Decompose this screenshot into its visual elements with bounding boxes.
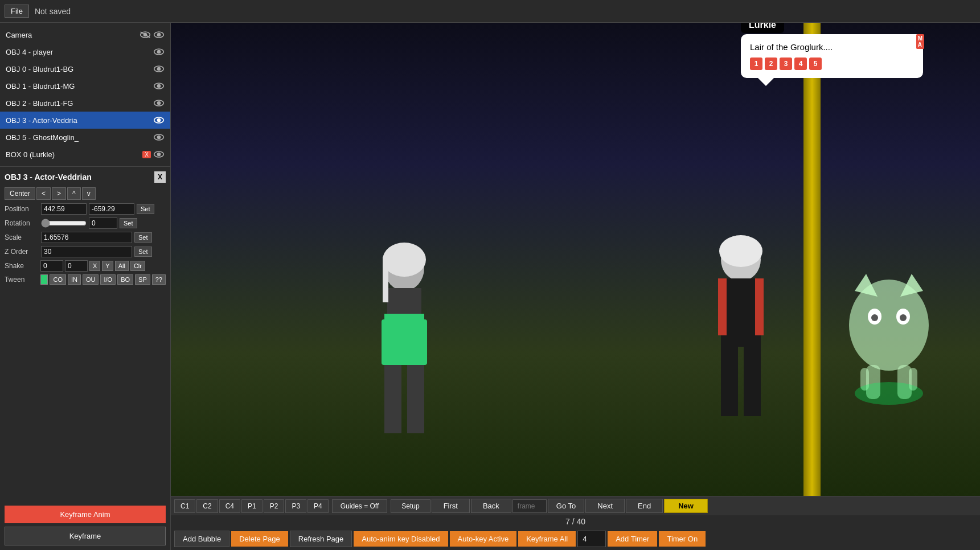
- auto-anim-button[interactable]: Auto-anim key Disabled: [354, 531, 448, 547]
- file-button[interactable]: File: [5, 5, 29, 18]
- main-layout: Camera: [0, 23, 980, 550]
- tween-in-button[interactable]: IN: [68, 274, 81, 285]
- shake-clr-button[interactable]: Clr: [130, 261, 145, 271]
- eye-icon[interactable]: [153, 29, 165, 40]
- add-bubble-button[interactable]: Add Bubble: [174, 531, 229, 547]
- shake-y-input[interactable]: [65, 260, 88, 272]
- eye-icon-obj0[interactable]: [153, 63, 165, 75]
- svg-point-4: [158, 34, 161, 36]
- eye-icon-obj3[interactable]: [153, 114, 165, 126]
- svg-rect-21: [384, 314, 424, 319]
- rotation-value-input[interactable]: [89, 217, 117, 229]
- eye-icon-obj1[interactable]: [153, 80, 165, 92]
- camera-eye-icons: [140, 29, 165, 40]
- first-button[interactable]: First: [432, 499, 470, 513]
- position-y-input[interactable]: [89, 203, 134, 215]
- dial-num-4[interactable]: 4: [794, 58, 807, 70]
- scale-input[interactable]: [41, 232, 132, 243]
- dial-num-2[interactable]: 2: [765, 58, 777, 70]
- eye-icon-box0[interactable]: [153, 149, 165, 160]
- dial-num-3[interactable]: 3: [780, 58, 792, 70]
- add-timer-button[interactable]: Add Timer: [608, 531, 657, 547]
- c1-button[interactable]: C1: [174, 499, 195, 513]
- svg-rect-23: [384, 365, 401, 433]
- character-veddria: [353, 234, 456, 462]
- timer-on-button[interactable]: Timer On: [659, 531, 706, 547]
- nav-right-button[interactable]: >: [52, 187, 66, 200]
- p3-button[interactable]: P3: [285, 499, 306, 513]
- obj-row-obj5[interactable]: OBJ 5 - GhostMoglin_: [0, 129, 170, 146]
- dialogue-character-name: Lurkle: [741, 23, 784, 33]
- zorder-input[interactable]: [41, 246, 132, 257]
- c2-button[interactable]: C2: [196, 499, 218, 513]
- shake-x-input[interactable]: [40, 260, 63, 272]
- obj-row-obj1[interactable]: OBJ 1 - Bludrut1-MG: [0, 77, 170, 95]
- svg-point-45: [855, 382, 923, 405]
- next-button[interactable]: Next: [585, 499, 625, 513]
- c4-button[interactable]: C4: [219, 499, 240, 513]
- tween-io-button[interactable]: I/O: [100, 274, 116, 285]
- setup-button[interactable]: Setup: [391, 499, 430, 513]
- eye-icon-obj5[interactable]: [153, 132, 165, 143]
- obj-row-box0[interactable]: BOX 0 (Lurkle) X: [0, 146, 170, 163]
- delete-page-button[interactable]: Delete Page: [231, 531, 288, 547]
- shake-all-button[interactable]: All: [115, 261, 129, 271]
- tween-co-button[interactable]: CO: [50, 274, 66, 285]
- tween-bo-button[interactable]: BO: [117, 274, 133, 285]
- shake-y-button[interactable]: Y: [102, 261, 113, 271]
- tween-ou-button[interactable]: OU: [83, 274, 99, 285]
- refresh-page-button[interactable]: Refresh Page: [290, 531, 352, 547]
- svg-point-37: [871, 314, 878, 321]
- eye-icon-obj2[interactable]: [153, 97, 165, 109]
- keyframe-button[interactable]: Keyframe: [5, 527, 166, 545]
- scale-set-button[interactable]: Set: [134, 232, 152, 243]
- nav-buttons: Center < > ^ v: [5, 187, 166, 200]
- shake-x-button[interactable]: X: [89, 261, 100, 271]
- eye-strikethrough-icon[interactable]: [140, 29, 151, 40]
- rotation-slider[interactable]: [41, 219, 87, 228]
- rotation-set-button[interactable]: Set: [120, 218, 137, 228]
- obj-close-button[interactable]: X: [154, 171, 166, 183]
- obj-row-obj4[interactable]: OBJ 4 - player: [0, 43, 170, 60]
- tween-color-swatch: [40, 274, 48, 285]
- zorder-row: Z Order Set: [5, 246, 166, 257]
- nav-down-button[interactable]: v: [82, 187, 96, 200]
- center-button[interactable]: Center: [5, 187, 35, 200]
- obj-row-camera[interactable]: Camera: [0, 26, 170, 43]
- character-ghost-moglin: [843, 268, 934, 450]
- keyframe-all-button[interactable]: Keyframe All: [518, 531, 576, 547]
- frame-number-input[interactable]: [577, 531, 606, 547]
- obj-row-obj0[interactable]: OBJ 0 - Bludrut1-BG: [0, 60, 170, 77]
- dial-num-5[interactable]: 5: [809, 58, 822, 70]
- auto-key-button[interactable]: Auto-key Active: [450, 531, 517, 547]
- obj-label-camera: Camera: [6, 31, 140, 39]
- rotation-row: Rotation Set: [5, 217, 166, 229]
- keyframe-anim-button[interactable]: Keyframe Anim: [5, 506, 166, 523]
- svg-point-33: [719, 235, 762, 267]
- svg-point-6: [158, 51, 161, 54]
- goto-button[interactable]: Go To: [548, 499, 584, 513]
- obj-row-obj2[interactable]: OBJ 2 - Bludrut1-FG: [0, 95, 170, 112]
- eye-icon-obj4[interactable]: [153, 46, 165, 58]
- nav-up-button[interactable]: ^: [67, 187, 81, 200]
- nav-left-button[interactable]: <: [36, 187, 51, 200]
- position-set-button[interactable]: Set: [137, 204, 154, 214]
- back-button[interactable]: Back: [471, 499, 511, 513]
- p4-button[interactable]: P4: [307, 499, 329, 513]
- obj-row-obj3[interactable]: OBJ 3 - Actor-Veddria: [0, 112, 170, 129]
- dialogue-arrow: [758, 78, 774, 86]
- zorder-set-button[interactable]: Set: [134, 247, 152, 257]
- position-x-input[interactable]: [41, 203, 87, 215]
- scene-canvas[interactable]: Lurkle MA Lair of the Groglurk.... 1 2 3…: [171, 23, 980, 496]
- svg-point-16: [158, 136, 161, 139]
- p2-button[interactable]: P2: [264, 499, 285, 513]
- dial-num-1[interactable]: 1: [750, 58, 762, 70]
- obj-label-box0: BOX 0 (Lurkle): [6, 150, 142, 159]
- guides-button[interactable]: Guides = Off: [332, 499, 387, 513]
- end-button[interactable]: End: [626, 499, 663, 513]
- tween-sp-button[interactable]: SP: [135, 274, 150, 285]
- new-button[interactable]: New: [664, 499, 708, 513]
- p1-button[interactable]: P1: [241, 499, 263, 513]
- tween-qq-button[interactable]: ??: [152, 274, 166, 285]
- frame-input[interactable]: [512, 499, 547, 513]
